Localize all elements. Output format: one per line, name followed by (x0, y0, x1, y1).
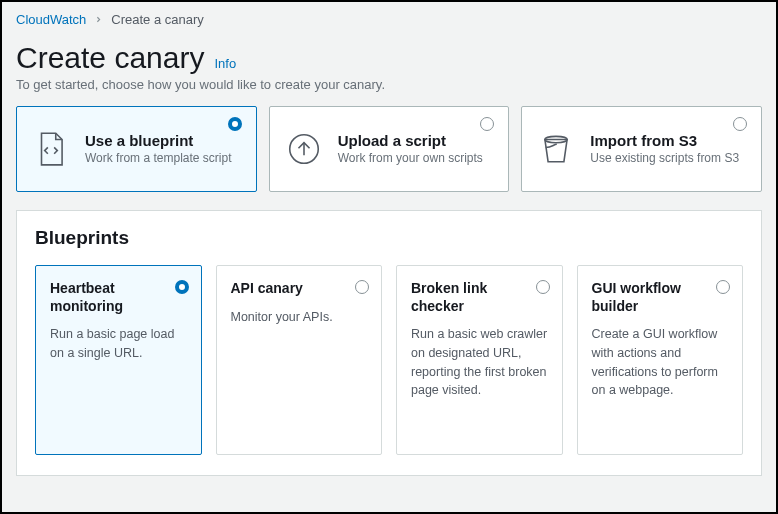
blueprint-title: Heartbeat monitoring (50, 280, 189, 315)
radio-icon (716, 280, 730, 294)
method-option-blueprint[interactable]: Use a blueprint Work from a template scr… (16, 106, 257, 192)
blueprint-desc: Run a basic page load on a single URL. (50, 325, 189, 363)
method-title: Upload a script (338, 132, 497, 149)
blueprints-heading: Blueprints (35, 227, 743, 249)
radio-icon (536, 280, 550, 294)
blueprint-desc: Create a GUI workflow with actions and v… (592, 325, 731, 400)
radio-icon (228, 117, 242, 131)
blueprints-panel: Blueprints Heartbeat monitoring Run a ba… (16, 210, 762, 476)
script-file-icon (31, 129, 71, 169)
blueprint-title: API canary (231, 280, 370, 298)
method-option-upload[interactable]: Upload a script Work from your own scrip… (269, 106, 510, 192)
blueprint-option-broken-link[interactable]: Broken link checker Run a basic web craw… (396, 265, 563, 455)
chevron-right-icon (94, 12, 103, 27)
creation-method-group: Use a blueprint Work from a template scr… (16, 106, 762, 192)
method-title: Import from S3 (590, 132, 749, 149)
method-desc: Work from a template script (85, 151, 244, 167)
page-title: Create canary Info (16, 41, 762, 75)
breadcrumb-root[interactable]: CloudWatch (16, 12, 86, 27)
blueprint-title: GUI workflow builder (592, 280, 731, 315)
page-subtitle: To get started, choose how you would lik… (16, 77, 762, 92)
radio-icon (733, 117, 747, 131)
radio-icon (480, 117, 494, 131)
blueprint-title: Broken link checker (411, 280, 550, 315)
upload-icon (284, 129, 324, 169)
blueprint-option-api[interactable]: API canary Monitor your APIs. (216, 265, 383, 455)
bucket-icon (536, 129, 576, 169)
blueprint-desc: Run a basic web crawler on designated UR… (411, 325, 550, 400)
method-option-s3[interactable]: Import from S3 Use existing scripts from… (521, 106, 762, 192)
app-viewport: CloudWatch Create a canary Create canary… (0, 0, 778, 514)
blueprint-desc: Monitor your APIs. (231, 308, 370, 327)
page-title-text: Create canary (16, 41, 204, 75)
breadcrumb-current: Create a canary (111, 12, 204, 27)
method-title: Use a blueprint (85, 132, 244, 149)
blueprint-option-heartbeat[interactable]: Heartbeat monitoring Run a basic page lo… (35, 265, 202, 455)
blueprint-option-group: Heartbeat monitoring Run a basic page lo… (35, 265, 743, 455)
method-desc: Use existing scripts from S3 (590, 151, 749, 167)
radio-icon (175, 280, 189, 294)
breadcrumb: CloudWatch Create a canary (16, 12, 762, 27)
method-desc: Work from your own scripts (338, 151, 497, 167)
info-link[interactable]: Info (214, 56, 236, 71)
blueprint-option-gui-workflow[interactable]: GUI workflow builder Create a GUI workfl… (577, 265, 744, 455)
radio-icon (355, 280, 369, 294)
